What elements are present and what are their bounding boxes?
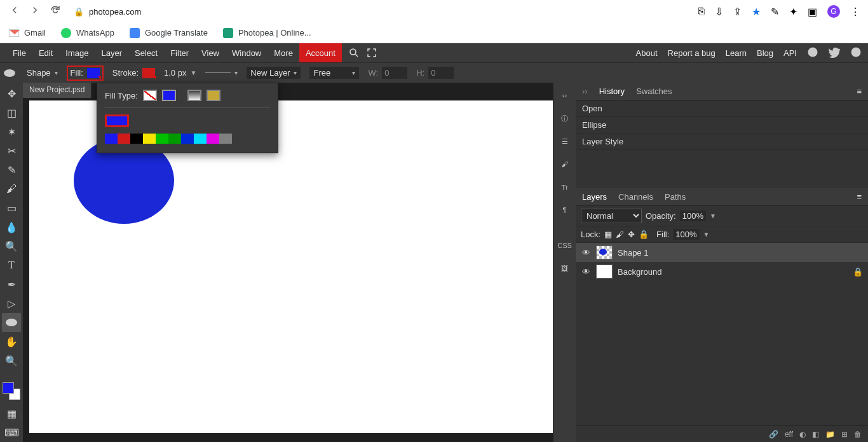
panel-icon[interactable]: ▣ xyxy=(808,6,817,18)
palette-color-8[interactable] xyxy=(207,134,219,144)
visibility-icon[interactable]: 👁 xyxy=(581,248,591,258)
link-api[interactable]: API xyxy=(783,48,797,58)
profile-avatar[interactable]: G xyxy=(827,5,840,18)
new-layer-icon[interactable]: ⊞ xyxy=(841,430,848,439)
info-icon[interactable]: ⓘ xyxy=(556,109,574,127)
pen-tool[interactable]: ✒ xyxy=(2,275,21,294)
tab-swatches[interactable]: Swatches xyxy=(636,86,672,96)
tab-history[interactable]: History xyxy=(599,86,625,96)
panel-menu-icon[interactable]: ≡ xyxy=(857,86,862,96)
menu-window[interactable]: Window xyxy=(226,43,268,62)
palette-color-3[interactable] xyxy=(143,134,156,144)
wand-icon[interactable]: ✎ xyxy=(771,6,779,18)
menu-filter[interactable]: Filter xyxy=(164,43,195,62)
fill-control[interactable]: Fill: xyxy=(67,66,104,81)
bookmark-whatsapp[interactable]: WhatsApp xyxy=(61,28,114,38)
palette-color-7[interactable] xyxy=(194,134,207,144)
gradient-tool[interactable]: ▭ xyxy=(2,198,21,218)
install-icon[interactable]: ⎘ xyxy=(698,6,705,17)
back-icon[interactable] xyxy=(9,4,20,18)
menu-account[interactable]: Account xyxy=(299,43,342,62)
layer-thumb-icon[interactable] xyxy=(596,265,613,279)
link-report[interactable]: Report a bug xyxy=(668,48,715,58)
layer-name[interactable]: Background xyxy=(618,267,661,277)
character-icon[interactable]: Tt xyxy=(556,178,574,196)
opacity-value[interactable]: 100% xyxy=(680,211,706,221)
visibility-icon[interactable]: 👁 xyxy=(581,267,591,277)
link-about[interactable]: About xyxy=(636,48,658,58)
folder-icon[interactable]: 📁 xyxy=(825,430,835,439)
sliders-icon[interactable]: ☰ xyxy=(556,132,574,150)
collapse-icon[interactable]: ‹› xyxy=(556,86,574,104)
dodge-tool[interactable]: 🔍 xyxy=(2,237,21,256)
tab-layers[interactable]: Layers xyxy=(582,192,607,202)
kebab-icon[interactable]: ⋮ xyxy=(850,6,860,18)
link-layers-icon[interactable]: 🔗 xyxy=(769,430,778,439)
bookmark-photopea[interactable]: Photopea | Online... xyxy=(223,28,311,38)
wand-tool[interactable]: ✶ xyxy=(2,122,21,141)
reload-icon[interactable] xyxy=(50,4,61,18)
stroke-width[interactable]: 1.0 px▼ xyxy=(164,68,196,78)
menu-edit[interactable]: Edit xyxy=(32,43,59,62)
menu-layer[interactable]: Layer xyxy=(95,43,129,62)
lock-paint-icon[interactable]: 🖌 xyxy=(616,230,624,239)
palette-color-9[interactable] xyxy=(219,134,232,144)
bookmark-translate[interactable]: Google Translate xyxy=(130,28,208,38)
palette-color-0[interactable] xyxy=(105,134,118,144)
width-input[interactable] xyxy=(382,67,407,79)
blend-mode-select[interactable]: Normal xyxy=(581,209,642,223)
fill-type-pattern[interactable] xyxy=(207,90,220,101)
menu-file[interactable]: File xyxy=(6,43,32,62)
brush-tool[interactable]: 🖌 xyxy=(2,179,21,198)
menu-view[interactable]: View xyxy=(195,43,226,62)
link-learn[interactable]: Learn xyxy=(726,48,747,58)
fill-swatch[interactable] xyxy=(87,68,100,78)
eyedropper-tool[interactable]: ✎ xyxy=(2,160,21,179)
current-color-swatch[interactable] xyxy=(105,114,129,127)
fx-icon[interactable]: eff xyxy=(785,430,793,439)
doc-tab[interactable]: New Project.psd xyxy=(23,83,92,98)
hand-tool[interactable]: ✋ xyxy=(2,332,21,351)
zoom-tool[interactable]: 🔍 xyxy=(2,351,21,370)
blur-tool[interactable]: 💧 xyxy=(2,218,21,237)
tab-paths[interactable]: Paths xyxy=(665,192,686,202)
shape-mode-select[interactable]: Shape▾ xyxy=(27,68,58,78)
palette-color-5[interactable] xyxy=(168,134,181,144)
search-icon[interactable] xyxy=(348,47,360,59)
brush-panel-icon[interactable]: 🖌 xyxy=(556,155,574,173)
stroke-style[interactable]: ▾ xyxy=(205,69,238,76)
history-row[interactable]: Open xyxy=(576,100,868,117)
marquee-tool[interactable]: ◫ xyxy=(2,103,21,122)
adjustment-icon[interactable]: ◧ xyxy=(812,430,819,439)
tab-channels[interactable]: Channels xyxy=(618,192,653,202)
quickmask-tool[interactable]: ▦ xyxy=(2,404,21,423)
star-icon[interactable]: ★ xyxy=(752,6,761,18)
extensions-icon[interactable]: ✦ xyxy=(789,6,797,18)
fg-color-swatch[interactable] xyxy=(3,382,14,394)
fill-type-solid[interactable] xyxy=(162,90,176,101)
paragraph-icon[interactable]: ¶ xyxy=(556,201,574,219)
facebook-icon[interactable] xyxy=(850,46,862,60)
type-tool[interactable]: T xyxy=(2,256,21,275)
mask-icon[interactable]: ◐ xyxy=(799,430,806,439)
download-icon[interactable]: ⇩ xyxy=(715,6,723,18)
menu-image[interactable]: Image xyxy=(59,43,95,62)
delete-layer-icon[interactable]: 🗑 xyxy=(854,430,862,439)
menu-select[interactable]: Select xyxy=(128,43,164,62)
fill-type-gradient[interactable] xyxy=(187,90,201,101)
layer-row-background[interactable]: 👁 Background 🔒 xyxy=(576,262,868,281)
twitter-icon[interactable] xyxy=(829,46,840,60)
layer-row-shape1[interactable]: 👁 Shape 1 xyxy=(576,243,868,262)
forward-icon[interactable] xyxy=(29,4,41,18)
path-select-tool[interactable]: ▷ xyxy=(2,294,21,313)
layer-name[interactable]: Shape 1 xyxy=(618,248,648,258)
menu-more[interactable]: More xyxy=(268,43,299,62)
css-icon[interactable]: CSS xyxy=(556,237,574,254)
lock-transparency-icon[interactable]: ▦ xyxy=(604,230,612,239)
history-row[interactable]: Ellipse xyxy=(576,117,868,134)
palette-color-6[interactable] xyxy=(181,134,194,144)
palette-color-2[interactable] xyxy=(130,134,143,144)
panel-menu-icon[interactable]: ≡ xyxy=(857,192,862,202)
share-icon[interactable]: ⇪ xyxy=(733,6,742,18)
layer-mode-select[interactable]: New Layer▾ xyxy=(247,67,301,79)
